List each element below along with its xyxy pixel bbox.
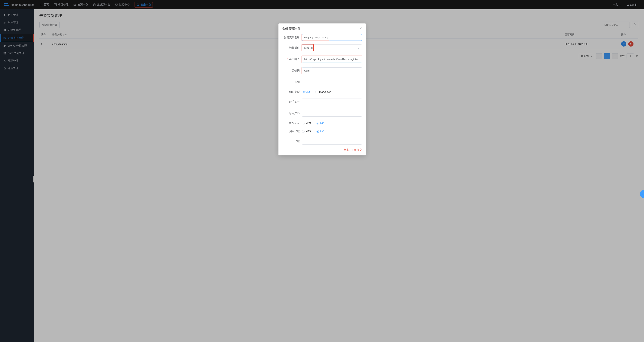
label-at-all: @所有人 bbox=[289, 122, 300, 124]
radio-proxy-no[interactable]: NO bbox=[316, 130, 324, 133]
at-mobile-input[interactable] bbox=[302, 98, 362, 105]
radio-atall-yes[interactable]: YES bbox=[302, 122, 311, 125]
radio-label: markdown bbox=[319, 90, 332, 94]
radio-msgtype-markdown[interactable]: markdown bbox=[316, 90, 332, 94]
label-at-userid: @用户ID bbox=[289, 112, 300, 115]
webhook-input[interactable] bbox=[302, 56, 362, 62]
label-enable-proxy: 启用代理 bbox=[289, 130, 300, 133]
label-plugin: 选择插件 bbox=[289, 46, 300, 49]
proxy-input[interactable] bbox=[302, 138, 362, 144]
instance-name-input[interactable] bbox=[302, 34, 362, 41]
label-msgtype: 消息类型 bbox=[289, 90, 300, 93]
radio-label: YES bbox=[306, 130, 311, 133]
submit-hint: 点击右下角提交 bbox=[282, 148, 362, 152]
close-icon: ✕ bbox=[360, 27, 362, 30]
label-secret: 密钥 bbox=[294, 80, 300, 84]
keyword-input[interactable] bbox=[302, 68, 362, 74]
radio-proxy-yes[interactable]: YES bbox=[302, 130, 311, 133]
create-alarm-modal: 创建告警实例 ✕ *告警实例名称 *选择插件 DingTalk ⌄ bbox=[278, 24, 366, 156]
radio-atall-no[interactable]: NO bbox=[316, 122, 324, 125]
label-keyword: 关键词 bbox=[292, 69, 300, 72]
radio-label: text bbox=[306, 90, 310, 94]
label-webhook: Web钩子 bbox=[289, 58, 300, 61]
label-proxy: 代理 bbox=[294, 140, 300, 143]
plugin-value: DingTalk bbox=[304, 46, 314, 49]
radio-label: NO bbox=[320, 130, 324, 133]
chevron-down-icon: ⌄ bbox=[358, 46, 360, 49]
label-instance-name: 告警实例名称 bbox=[284, 36, 300, 39]
chevron-left-icon: ‹ bbox=[642, 192, 642, 196]
secret-input[interactable] bbox=[302, 79, 362, 86]
radio-label: NO bbox=[320, 122, 324, 125]
modal-overlay: 创建告警实例 ✕ *告警实例名称 *选择插件 DingTalk ⌄ bbox=[0, 0, 644, 342]
radio-label: YES bbox=[306, 122, 311, 125]
modal-title: 创建告警实例 bbox=[282, 26, 300, 30]
close-button[interactable]: ✕ bbox=[360, 27, 362, 30]
at-userid-input[interactable] bbox=[302, 110, 362, 116]
label-at-mobile: @手机号 bbox=[289, 100, 300, 103]
radio-msgtype-text[interactable]: text bbox=[302, 90, 310, 94]
plugin-select[interactable]: DingTalk ⌄ bbox=[302, 44, 362, 51]
